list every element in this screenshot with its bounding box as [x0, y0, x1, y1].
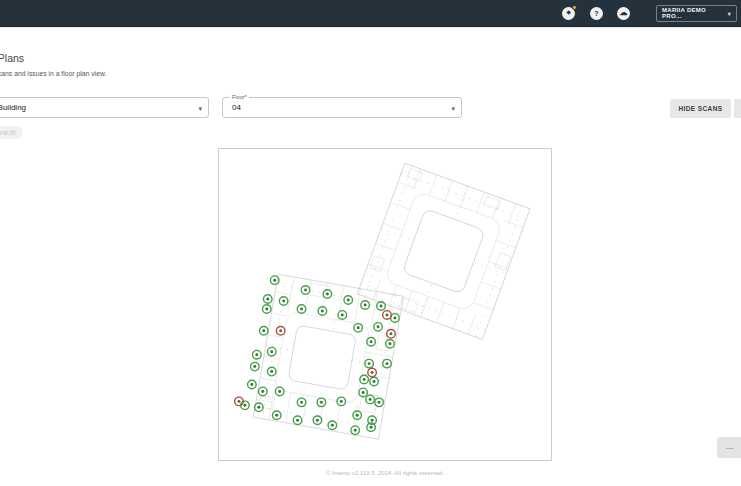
scan-marker[interactable] — [354, 324, 363, 333]
scan-marker[interactable] — [386, 339, 395, 348]
scan-marker[interactable] — [259, 387, 268, 396]
minus-icon: — — [726, 443, 734, 452]
scan-marker[interactable] — [377, 302, 386, 311]
scan-marker[interactable] — [359, 388, 368, 397]
cloud-icon[interactable]: ☁ — [617, 7, 630, 20]
scan-marker[interactable] — [338, 311, 347, 320]
markers-layer — [235, 276, 400, 435]
scan-marker[interactable] — [275, 387, 284, 396]
top-app-bar: ◆ ? ☁ MARIIA DEMO PRO... ▾ — [0, 0, 741, 26]
scan-marker[interactable] — [353, 411, 362, 420]
scan-marker[interactable] — [262, 305, 271, 314]
scan-marker[interactable] — [253, 350, 262, 359]
floor-select-label: Floor* — [230, 95, 249, 101]
scan-marker[interactable] — [301, 286, 310, 295]
model-file-chip: structural.ifc — [0, 126, 23, 139]
status-icon[interactable]: ◆ — [562, 7, 575, 20]
cloud-icon-glyph: ☁ — [620, 9, 628, 17]
floorplan-canvas[interactable] — [218, 148, 552, 461]
scan-marker[interactable] — [318, 307, 327, 316]
scan-marker[interactable] — [297, 305, 306, 314]
scan-marker[interactable] — [293, 416, 302, 425]
scan-marker[interactable] — [337, 397, 346, 406]
scan-marker[interactable] — [370, 377, 379, 386]
scan-marker[interactable] — [279, 297, 288, 306]
notification-badge — [572, 5, 577, 10]
building-select-value: Demo Building — [0, 103, 26, 112]
zoom-out-button[interactable]: — — [717, 437, 741, 458]
project-selector-button[interactable]: MARIIA DEMO PRO... ▾ — [656, 5, 737, 23]
scan-marker[interactable] — [260, 327, 269, 336]
scan-marker[interactable] — [323, 290, 332, 299]
help-icon[interactable]: ? — [590, 7, 603, 20]
scan-marker[interactable] — [366, 395, 375, 404]
app-screen: ◆ ? ☁ MARIIA DEMO PRO... ▾ Floor Plans V… — [0, 0, 741, 486]
chevron-down-icon: ▾ — [198, 105, 202, 113]
scan-marker[interactable] — [272, 411, 281, 420]
scan-marker[interactable] — [248, 380, 257, 389]
scan-marker[interactable] — [383, 359, 392, 368]
building-select[interactable]: Buildings* Demo Building ▾ — [0, 97, 209, 118]
scan-marker[interactable] — [267, 367, 276, 376]
scan-marker[interactable] — [328, 421, 337, 430]
issue-marker[interactable] — [383, 311, 392, 320]
scan-marker[interactable] — [361, 301, 370, 310]
issue-marker[interactable] — [276, 327, 285, 336]
scan-marker[interactable] — [270, 276, 279, 285]
scan-marker[interactable] — [344, 296, 353, 305]
chevron-down-icon: ▾ — [728, 10, 731, 17]
help-icon-glyph: ? — [594, 10, 598, 17]
copyright-note: © Imerso v2.119.5, 2024. All rights rese… — [218, 470, 552, 476]
scan-marker[interactable] — [360, 375, 369, 384]
scan-marker[interactable] — [263, 295, 272, 304]
hide-scans-button[interactable]: HIDE SCANS — [670, 99, 731, 118]
scan-marker[interactable] — [317, 398, 326, 407]
floor-select[interactable]: Floor* 04 ▾ — [222, 97, 462, 118]
floorplan-svg — [219, 149, 551, 460]
scan-marker[interactable] — [374, 323, 383, 332]
secondary-action-button-cut[interactable] — [734, 99, 741, 118]
scan-marker[interactable] — [367, 337, 376, 346]
chevron-down-icon: ▾ — [451, 105, 455, 113]
page-subtitle: View scans and issues in a floor plan vi… — [0, 70, 106, 77]
page-title: Floor Plans — [0, 52, 24, 64]
project-selector-label: MARIIA DEMO PRO... — [662, 7, 728, 19]
scan-marker[interactable] — [297, 398, 306, 407]
status-icon-glyph: ◆ — [566, 10, 570, 16]
scan-marker[interactable] — [267, 347, 276, 356]
scan-marker[interactable] — [351, 426, 360, 435]
scan-marker[interactable] — [251, 362, 260, 371]
floor-select-value: 04 — [223, 103, 241, 112]
